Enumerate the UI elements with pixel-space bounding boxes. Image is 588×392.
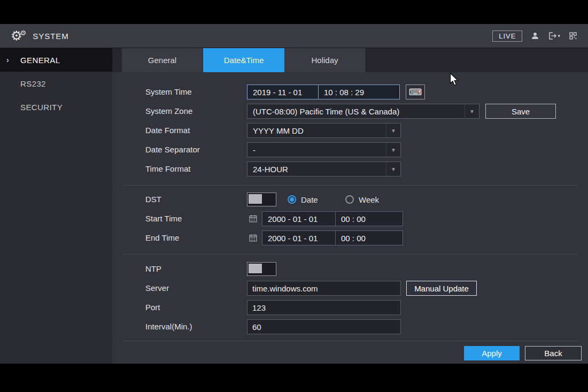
system-zone-dropdown[interactable]: (UTC-08:00) Pacific Time (US & Canada) ▼ xyxy=(247,104,479,119)
start-time-field[interactable]: 2000 - 01 - 01 00 : 00 xyxy=(262,211,403,226)
date-separator-dropdown[interactable]: - ▼ xyxy=(247,142,401,157)
date-separator-value: - xyxy=(253,145,256,155)
date-format-dropdown[interactable]: YYYY MM DD ▼ xyxy=(247,123,401,138)
server-input[interactable] xyxy=(247,281,401,296)
ntp-toggle[interactable] xyxy=(247,262,276,276)
radio-unchecked-icon xyxy=(345,195,354,204)
system-date-value[interactable]: 2019 - 11 - 01 xyxy=(247,85,319,99)
save-button[interactable]: Save xyxy=(485,104,556,119)
qr-grid-icon[interactable] xyxy=(569,32,577,40)
toggle-knob xyxy=(249,194,262,204)
port-row: Port xyxy=(112,298,588,317)
date-format-label: Date Format xyxy=(145,121,190,140)
sidebar-item-label: RS232 xyxy=(20,79,46,88)
dst-week-option-label: Week xyxy=(359,195,379,204)
sidebar-item-general[interactable]: › GENERAL xyxy=(0,48,112,72)
end-clock-value[interactable]: 00 : 00 xyxy=(336,231,403,245)
sidebar: › GENERAL RS232 SECURITY xyxy=(0,48,112,364)
dst-date-radio[interactable]: Date xyxy=(288,190,318,209)
system-time-row: System Time 2019 - 11 - 01 10 : 08 : 29 … xyxy=(112,82,588,102)
dst-date-option-label: Date xyxy=(301,195,318,204)
dst-toggle[interactable] xyxy=(247,193,276,206)
interval-input[interactable] xyxy=(247,319,401,334)
sidebar-item-label: SECURITY xyxy=(20,103,63,112)
tab-bar: General Date&Time Holiday xyxy=(112,48,588,72)
keyboard-icon: ⌨ xyxy=(409,87,422,98)
dst-week-radio[interactable]: Week xyxy=(345,190,379,209)
start-time-row: Start Time 2000 - 01 - 01 00 : 00 xyxy=(112,209,588,228)
chevron-down-icon: ▼ xyxy=(465,104,479,118)
keyboard-icon-button[interactable]: ⌨ xyxy=(406,84,425,99)
calendar-icon[interactable] xyxy=(249,214,257,222)
end-time-row: End Time 2000 - 01 - 01 00 : 00 xyxy=(112,228,588,248)
time-format-row: Time Format 24-HOUR ▼ xyxy=(112,159,588,179)
date-separator-label: Date Separator xyxy=(145,140,200,159)
calendar-icon[interactable] xyxy=(249,234,257,242)
server-label: Server xyxy=(145,279,169,298)
tab-date-time[interactable]: Date&Time xyxy=(203,48,284,72)
end-date-value[interactable]: 2000 - 01 - 01 xyxy=(262,231,336,245)
chevron-down-icon: ▼ xyxy=(386,162,400,176)
system-time-label: System Time xyxy=(145,82,192,102)
brand: ⚙⚙ SYSTEM xyxy=(11,29,69,42)
manual-update-button[interactable]: Manual Update xyxy=(406,281,477,296)
system-zone-value: (UTC-08:00) Pacific Time (US & Canada) xyxy=(253,107,399,116)
time-format-label: Time Format xyxy=(145,159,190,179)
chevron-down-icon: ▾ xyxy=(558,33,560,39)
divider xyxy=(123,341,578,341)
interval-row: Interval(Min.) xyxy=(112,317,588,336)
system-zone-label: System Zone xyxy=(145,102,192,121)
sidebar-item-rs232[interactable]: RS232 xyxy=(0,72,112,95)
end-time-label: End Time xyxy=(145,228,179,248)
radio-checked-icon xyxy=(288,195,296,204)
sidebar-item-label: GENERAL xyxy=(20,56,60,65)
start-clock-value[interactable]: 00 : 00 xyxy=(336,212,403,226)
start-time-label: Start Time xyxy=(145,209,182,228)
tab-holiday[interactable]: Holiday xyxy=(284,48,366,72)
system-zone-row: System Zone (UTC-08:00) Pacific Time (US… xyxy=(112,102,588,121)
header-controls: LIVE ▾ xyxy=(492,30,577,42)
date-format-row: Date Format YYYY MM DD ▼ xyxy=(112,121,588,140)
ntp-row: NTP xyxy=(112,259,588,279)
mouse-cursor xyxy=(450,73,459,87)
page-title: SYSTEM xyxy=(33,32,69,41)
titlebar: ⚙⚙ SYSTEM LIVE ▾ xyxy=(0,24,588,48)
tab-general[interactable]: General xyxy=(122,48,203,72)
date-separator-row: Date Separator - ▼ xyxy=(112,140,588,159)
back-button[interactable]: Back xyxy=(525,346,582,360)
time-format-dropdown[interactable]: 24-HOUR ▼ xyxy=(247,162,401,176)
divider xyxy=(123,254,578,255)
gear-icon: ⚙⚙ xyxy=(11,29,26,42)
sidebar-item-security[interactable]: SECURITY xyxy=(0,95,112,119)
ntp-label: NTP xyxy=(145,259,161,279)
content-panel: General Date&Time Holiday System Time 20… xyxy=(112,48,588,364)
dst-row: DST Date Week xyxy=(112,190,588,209)
divider xyxy=(123,185,578,186)
port-input[interactable] xyxy=(247,300,401,315)
apply-button[interactable]: Apply xyxy=(464,346,520,360)
chevron-down-icon: ▼ xyxy=(386,124,400,137)
chevron-down-icon: ▼ xyxy=(386,143,400,157)
date-format-value: YYYY MM DD xyxy=(253,126,304,135)
interval-label: Interval(Min.) xyxy=(145,317,192,336)
live-button[interactable]: LIVE xyxy=(492,30,522,42)
time-format-value: 24-HOUR xyxy=(253,165,288,174)
port-label: Port xyxy=(145,298,160,317)
system-time-field[interactable]: 2019 - 11 - 01 10 : 08 : 29 xyxy=(247,84,400,99)
start-date-value[interactable]: 2000 - 01 - 01 xyxy=(262,212,336,226)
toggle-knob xyxy=(249,264,262,273)
dst-label: DST xyxy=(145,190,161,209)
chevron-right-icon: › xyxy=(6,56,9,64)
end-time-field[interactable]: 2000 - 01 - 01 00 : 00 xyxy=(262,230,403,245)
server-row: Server Manual Update xyxy=(112,279,588,298)
dvr-system-screen: ⚙⚙ SYSTEM LIVE ▾ › GENERAL RS232 SECU xyxy=(0,0,588,392)
system-clock-value[interactable]: 10 : 08 : 29 xyxy=(319,85,399,99)
user-icon[interactable] xyxy=(531,32,539,40)
logout-icon[interactable]: ▾ xyxy=(548,32,560,40)
